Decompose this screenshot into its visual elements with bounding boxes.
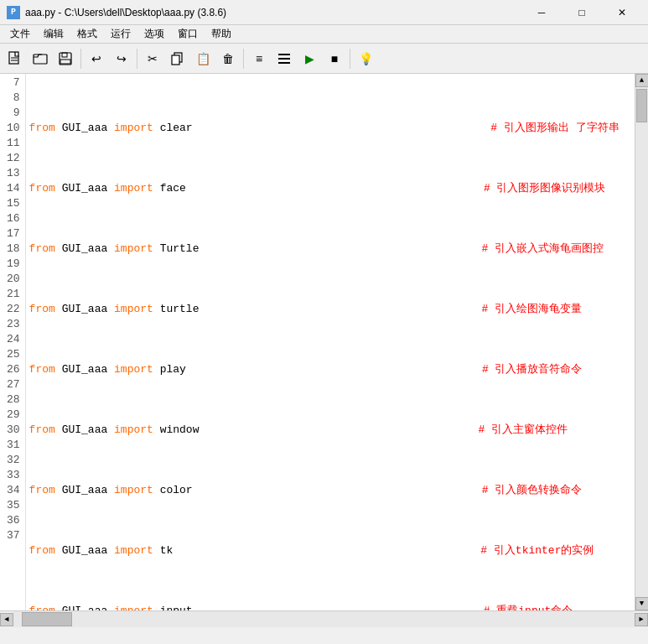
line-num: 35	[7, 498, 20, 513]
app-icon: P	[7, 6, 20, 19]
svg-rect-4	[60, 53, 71, 65]
line-num: 29	[7, 408, 20, 423]
menu-help[interactable]: 帮助	[205, 25, 238, 44]
toolbar-undo[interactable]: ↩	[85, 47, 108, 70]
scroll-up-button[interactable]: ▲	[635, 74, 649, 87]
line-num: 22	[7, 302, 20, 317]
line-num: 34	[7, 483, 20, 498]
line-num: 8	[7, 91, 20, 106]
toolbar-run[interactable]: ▶	[298, 47, 321, 70]
svg-rect-3	[34, 55, 47, 64]
svg-rect-11	[278, 62, 290, 64]
line-num: 37	[7, 528, 20, 543]
menu-window[interactable]: 窗口	[171, 25, 205, 44]
toolbar-dedent[interactable]	[272, 47, 296, 70]
line-num: 17	[7, 226, 20, 242]
toolbar-save[interactable]	[54, 47, 77, 70]
line-num: 12	[7, 151, 20, 166]
line-num: 11	[7, 136, 20, 151]
svg-rect-9	[278, 54, 290, 55]
toolbar-cut[interactable]: ✂	[141, 47, 164, 70]
line-num: 33	[7, 468, 20, 483]
menu-file[interactable]: 文件	[3, 25, 37, 44]
line-num: 10	[7, 121, 20, 136]
scroll-thumb-v[interactable]	[636, 89, 647, 122]
scroll-track-v[interactable]	[635, 87, 648, 597]
toolbar-open[interactable]	[29, 47, 52, 70]
svg-rect-8	[172, 55, 179, 65]
title-text: aaa.py - C:\Users\dell\Desktop\aaa.py (3…	[25, 7, 522, 18]
line-num: 7	[7, 75, 20, 91]
menu-bar: 文件 编辑 格式 运行 选项 窗口 帮助	[0, 25, 648, 44]
toolbar-copy[interactable]	[166, 47, 189, 70]
line-num: 15	[7, 196, 20, 211]
code-area: 7 8 9 10 11 12 13 14 15 16 17 18 19 20 2…	[0, 74, 648, 610]
toolbar-stop[interactable]: ■	[323, 47, 346, 70]
toolbar-paste[interactable]: 📋	[191, 47, 215, 70]
line-num: 21	[7, 287, 20, 302]
code-line-10: from GUI_aaa import play# 引入播放音符命令	[29, 362, 631, 377]
code-content[interactable]: from GUI_aaa import clear # 引入图形输出 了字符串 …	[26, 74, 635, 610]
toolbar: ↩ ↪ ✂ 📋 🗑 ≡ ▶ ■ 💡	[0, 44, 648, 74]
scroll-thumb-h[interactable]	[22, 612, 72, 626]
menu-edit[interactable]: 编辑	[37, 25, 70, 44]
code-line-14: from GUI_aaa import input# 重载input命令	[29, 604, 631, 610]
toolbar-new[interactable]	[3, 47, 27, 70]
title-bar: P aaa.py - C:\Users\dell\Desktop\aaa.py …	[0, 0, 648, 25]
maximize-button[interactable]: □	[562, 0, 601, 25]
toolbar-indent[interactable]: ≡	[247, 47, 271, 70]
vertical-scrollbar[interactable]: ▲ ▼	[635, 74, 648, 610]
toolbar-separator-3	[243, 49, 244, 69]
code-line-7: from GUI_aaa import face# 引入图形图像识别模块	[29, 181, 631, 196]
toolbar-delete[interactable]: 🗑	[216, 47, 240, 70]
scroll-right-button[interactable]: ►	[635, 613, 648, 626]
toolbar-separator-1	[80, 49, 81, 69]
code-line-8: from GUI_aaa import Turtle# 引入嵌入式海龟画图控	[29, 242, 631, 257]
line-num: 20	[7, 272, 20, 287]
editor-container: 7 8 9 10 11 12 13 14 15 16 17 18 19 20 2…	[0, 74, 648, 627]
code-line-12: from GUI_aaa import color# 引入颜色转换命令	[29, 483, 631, 498]
toolbar-redo[interactable]: ↪	[110, 47, 133, 70]
line-num: 27	[7, 377, 20, 392]
toolbar-separator-4	[350, 49, 350, 69]
svg-rect-6	[60, 60, 70, 64]
minimize-button[interactable]: ─	[522, 0, 561, 25]
toolbar-separator-2	[137, 49, 137, 69]
scroll-left-button[interactable]: ◄	[0, 613, 13, 626]
line-num: 28	[7, 392, 20, 408]
code-line-9: from GUI_aaa import turtle# 引入绘图海龟变量	[29, 302, 631, 317]
svg-rect-5	[62, 53, 67, 57]
code-line-13: from GUI_aaa import tk# 引入tkinter的实例	[29, 543, 631, 558]
menu-run[interactable]: 运行	[104, 25, 137, 44]
line-num: 32	[7, 453, 20, 468]
line-numbers: 7 8 9 10 11 12 13 14 15 16 17 18 19 20 2…	[0, 74, 26, 610]
line-num: 24	[7, 332, 20, 347]
code-line-6: from GUI_aaa import clear # 引入图形输出 了字符串	[29, 121, 631, 136]
toolbar-help[interactable]: 💡	[354, 47, 377, 70]
code-line-11: from GUI_aaa import window# 引入主窗体控件	[29, 423, 631, 438]
line-num: 25	[7, 347, 20, 362]
svg-rect-10	[278, 58, 290, 60]
line-num: 26	[7, 362, 20, 377]
close-button[interactable]: ✕	[603, 0, 641, 25]
line-num: 36	[7, 513, 20, 528]
line-num: 16	[7, 211, 20, 226]
horizontal-scrollbar[interactable]: ◄ ►	[0, 610, 648, 627]
scroll-track-h[interactable]	[13, 611, 635, 627]
scroll-down-button[interactable]: ▼	[635, 597, 649, 610]
window-controls: ─ □ ✕	[522, 0, 641, 25]
line-num: 30	[7, 423, 20, 438]
line-num: 19	[7, 257, 20, 272]
line-num: 14	[7, 181, 20, 196]
line-num: 23	[7, 317, 20, 332]
line-num: 9	[7, 106, 20, 121]
line-num: 13	[7, 166, 20, 181]
menu-format[interactable]: 格式	[70, 25, 104, 44]
menu-options[interactable]: 选项	[137, 25, 171, 44]
line-num: 18	[7, 242, 20, 257]
line-num: 31	[7, 438, 20, 453]
